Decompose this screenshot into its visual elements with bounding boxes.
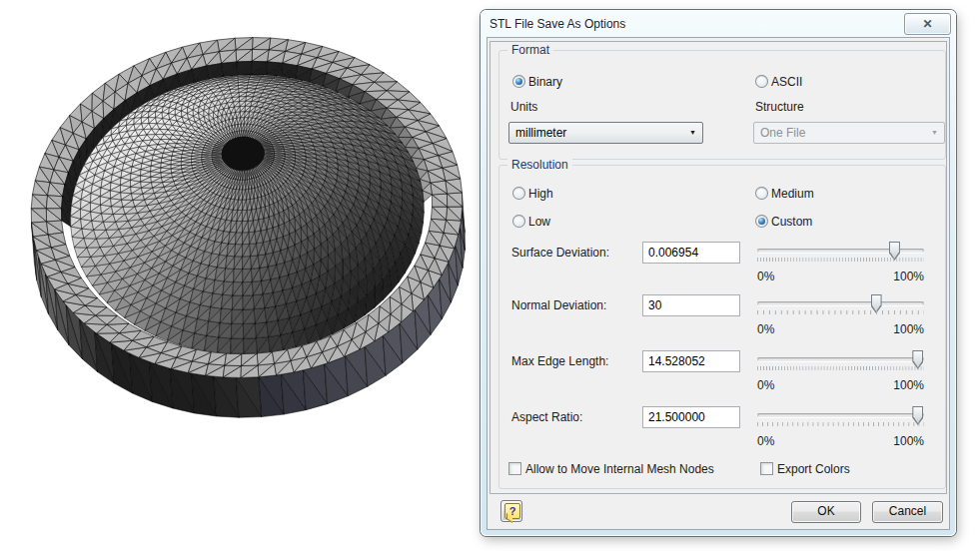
max-edge-length-slider: 0% 100% [757, 350, 924, 396]
slider-max-label: 100% [893, 270, 924, 283]
slider-ticks [757, 366, 924, 370]
radio-ascii[interactable] [755, 75, 768, 88]
units-combo[interactable]: millimeter ▼ [508, 122, 703, 144]
stl-mesh-preview [0, 0, 481, 551]
surface-deviation-slider: 0% 100% [757, 242, 924, 287]
normal-deviation-row: Normal Deviation: 30 0% 100% [499, 294, 945, 344]
radio-binary-label: Binary [528, 75, 562, 89]
slider-track[interactable] [757, 357, 924, 361]
resolution-group-caption: Resolution [507, 158, 572, 173]
radio-dot [515, 78, 522, 85]
radio-medium[interactable] [755, 187, 768, 200]
format-group: Format Binary ASCII Units millimeter ▼ S… [498, 50, 946, 160]
export-colors-checkbox[interactable] [760, 462, 773, 475]
export-colors-label: Export Colors [777, 462, 850, 476]
help-button[interactable]: ? [500, 500, 522, 522]
max-edge-length-label: Max Edge Length: [511, 354, 608, 368]
surface-deviation-label: Surface Deviation: [511, 246, 609, 260]
allow-move-nodes-checkbox[interactable] [508, 462, 521, 475]
chevron-down-icon: ▼ [931, 123, 938, 143]
normal-deviation-label: Normal Deviation: [511, 298, 606, 312]
slider-max-label: 100% [893, 322, 924, 336]
max-edge-length-input[interactable]: 14.528052 [642, 350, 740, 372]
normal-deviation-slider: 0% 100% [757, 294, 924, 340]
units-combo-value: millimeter [515, 123, 566, 143]
resolution-group: Resolution High Medium Low Custom Surfac… [498, 165, 946, 489]
content-panel: Format Binary ASCII Units millimeter ▼ S… [490, 41, 947, 494]
slider-track[interactable] [757, 413, 924, 417]
radio-custom[interactable] [755, 215, 768, 228]
dialog-client-area: Format Binary ASCII Units millimeter ▼ S… [487, 37, 950, 530]
aspect-ratio-label: Aspect Ratio: [511, 410, 582, 424]
units-label: Units [510, 100, 537, 114]
slider-max-label: 100% [893, 434, 924, 448]
help-icon: ? [504, 503, 520, 519]
structure-combo: One File ▼ [753, 122, 945, 144]
slider-track[interactable] [757, 301, 924, 305]
radio-high[interactable] [512, 187, 525, 200]
surface-deviation-input[interactable]: 0.006954 [642, 242, 740, 264]
allow-move-nodes-label: Allow to Move Internal Mesh Nodes [525, 462, 714, 476]
aspect-ratio-slider: 0% 100% [757, 406, 924, 452]
aspect-ratio-input[interactable]: 21.500000 [642, 406, 740, 428]
radio-low[interactable] [512, 215, 525, 228]
structure-combo-value: One File [760, 123, 805, 143]
dialog-titlebar[interactable]: STL File Save As Options ✕ [481, 10, 956, 37]
slider-ticks [757, 422, 924, 426]
cancel-button[interactable]: Cancel [872, 501, 943, 523]
normal-deviation-input[interactable]: 30 [642, 294, 740, 316]
close-icon: ✕ [922, 17, 932, 31]
format-group-caption: Format [507, 43, 553, 58]
slider-ticks [757, 258, 924, 262]
slider-max-label: 100% [893, 378, 924, 392]
structure-label: Structure [755, 100, 804, 114]
radio-high-label: High [528, 187, 553, 201]
surface-deviation-row: Surface Deviation: 0.006954 0% 100% [499, 242, 945, 291]
slider-min-label: 0% [757, 434, 774, 448]
radio-medium-label: Medium [771, 187, 814, 201]
radio-low-label: Low [528, 215, 550, 229]
ok-button[interactable]: OK [791, 501, 861, 523]
radio-custom-label: Custom [771, 215, 812, 229]
screenshot-root: STL File Save As Options ✕ Format Binary… [0, 0, 980, 551]
chevron-down-icon: ▼ [689, 123, 696, 143]
slider-ticks [757, 310, 924, 314]
max-edge-length-row: Max Edge Length: 14.528052 0% 100% [499, 350, 945, 400]
slider-min-label: 0% [757, 270, 774, 283]
dialog-title: STL File Save As Options [490, 17, 625, 31]
aspect-ratio-row: Aspect Ratio: 21.500000 0% 100% [499, 406, 945, 456]
slider-min-label: 0% [757, 378, 774, 392]
slider-min-label: 0% [757, 322, 774, 336]
close-button[interactable]: ✕ [904, 13, 951, 35]
radio-dot [758, 218, 765, 225]
radio-ascii-label: ASCII [771, 75, 802, 89]
model-viewport[interactable] [0, 0, 481, 551]
stl-options-dialog: STL File Save As Options ✕ Format Binary… [481, 10, 956, 536]
radio-binary[interactable] [512, 75, 525, 88]
